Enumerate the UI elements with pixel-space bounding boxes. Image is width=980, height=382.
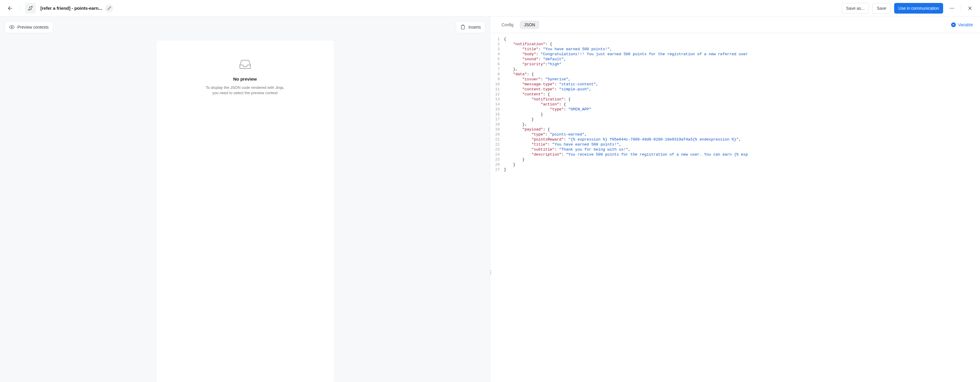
edit-title-button[interactable] bbox=[105, 4, 113, 13]
inserts-label: Inserts bbox=[468, 25, 481, 30]
svg-point-3 bbox=[950, 8, 951, 8]
save-as-button[interactable]: Save as... bbox=[842, 3, 869, 14]
code-line[interactable]: "content": { bbox=[504, 92, 980, 97]
code-line[interactable]: "title": "You have earned 500 points!", bbox=[504, 142, 980, 147]
variable-label: Variable bbox=[958, 22, 973, 27]
code-line[interactable]: "data": { bbox=[504, 72, 980, 77]
clipboard-icon bbox=[460, 24, 466, 30]
route-icon bbox=[27, 5, 33, 11]
code-line[interactable]: "title": "You have earned 500 points!", bbox=[504, 46, 980, 52]
more-button[interactable] bbox=[947, 3, 957, 14]
line-gutter: 1234567891011121314151617181920212223242… bbox=[490, 37, 504, 382]
use-in-communication-button[interactable]: Use in communication bbox=[894, 3, 943, 14]
preview-empty-state: No preview To display the JSON code rend… bbox=[157, 41, 334, 382]
code-line[interactable]: }, bbox=[504, 67, 980, 72]
code-line[interactable]: "pointsReward": "{% expression %} f05e64… bbox=[504, 137, 980, 142]
code-line[interactable]: } bbox=[504, 117, 980, 122]
tray-icon bbox=[238, 58, 252, 71]
empty-subtitle: To display the JSON code rendered with J… bbox=[206, 85, 285, 96]
code-line[interactable]: { bbox=[504, 37, 980, 42]
empty-sub-line-2: you need to select the preview context bbox=[212, 91, 278, 95]
editor-pane: Config JSON + Variable 12345678910111213… bbox=[490, 16, 980, 382]
code-line[interactable]: "issuer": "Synerise", bbox=[504, 77, 980, 82]
template-type-icon-wrap bbox=[25, 3, 36, 14]
svg-point-5 bbox=[953, 8, 954, 8]
code-line[interactable]: "subtitle": "Thank you for being with us… bbox=[504, 147, 980, 152]
code-line[interactable]: "priority":"high" bbox=[504, 62, 980, 67]
code-line[interactable]: "type": "OPEN_APP" bbox=[504, 107, 980, 112]
code-line[interactable]: "action": { bbox=[504, 102, 980, 107]
code-editor[interactable]: 1234567891011121314151617181920212223242… bbox=[490, 33, 980, 382]
preview-toolbar: Preview contexts Inserts bbox=[0, 16, 490, 38]
code-line[interactable]: }, bbox=[504, 122, 980, 127]
inserts-button[interactable]: Inserts bbox=[456, 21, 485, 33]
code-line[interactable]: "notification": { bbox=[504, 42, 980, 46]
code-line[interactable]: } bbox=[504, 112, 980, 117]
preview-contexts-button[interactable]: Preview contexts bbox=[5, 21, 53, 33]
preview-area: No preview To display the JSON code rend… bbox=[0, 38, 490, 382]
preview-contexts-label: Preview contexts bbox=[18, 25, 49, 30]
code-line[interactable]: "body": "Congratulations!!! You just ear… bbox=[504, 52, 980, 57]
page-title: [refer a friend] - points-earn... bbox=[40, 6, 102, 11]
empty-title: No preview bbox=[233, 77, 257, 82]
main: Preview contexts Inserts No preview To d… bbox=[0, 16, 980, 382]
plus-icon: + bbox=[951, 22, 956, 27]
code-line[interactable]: "content-type": "simple-push", bbox=[504, 87, 980, 92]
code-line[interactable]: } bbox=[504, 162, 980, 167]
code-line[interactable]: "payload": { bbox=[504, 127, 980, 132]
header-left: [refer a friend] - points-earn... bbox=[5, 3, 842, 14]
code-line[interactable]: "message-type": "static-content", bbox=[504, 82, 980, 87]
pane-splitter-handle[interactable] bbox=[490, 270, 491, 275]
svg-point-8 bbox=[11, 27, 13, 28]
header-right: Save as... Save Use in communication bbox=[842, 3, 975, 14]
code-line[interactable]: "notification": { bbox=[504, 97, 980, 102]
close-icon bbox=[967, 6, 973, 11]
arrow-left-icon bbox=[7, 5, 13, 11]
divider bbox=[20, 4, 21, 13]
pencil-icon bbox=[107, 6, 111, 10]
editor-toolbar: Config JSON + Variable bbox=[490, 16, 980, 33]
tab-config[interactable]: Config bbox=[497, 21, 517, 29]
code-line[interactable]: "sound": "default", bbox=[504, 57, 980, 62]
header: [refer a friend] - points-earn... Save a… bbox=[0, 0, 980, 16]
tab-json[interactable]: JSON bbox=[520, 21, 539, 29]
svg-point-4 bbox=[952, 8, 953, 8]
code-line[interactable]: "description": "You receive 500 points f… bbox=[504, 152, 980, 157]
code-line[interactable]: "type": "points-earned", bbox=[504, 132, 980, 137]
eye-icon bbox=[9, 24, 14, 30]
preview-pane: Preview contexts Inserts No preview To d… bbox=[0, 16, 490, 382]
editor-tabs: Config JSON bbox=[497, 21, 539, 29]
save-button[interactable]: Save bbox=[872, 3, 891, 14]
more-horizontal-icon bbox=[949, 6, 955, 11]
add-variable-button[interactable]: + Variable bbox=[951, 22, 973, 27]
code-line[interactable]: } bbox=[504, 167, 980, 172]
code-lines[interactable]: { "notification": { "title": "You have e… bbox=[504, 37, 980, 382]
title-wrap: [refer a friend] - points-earn... bbox=[40, 4, 113, 13]
svg-rect-9 bbox=[461, 26, 465, 29]
back-button[interactable] bbox=[5, 3, 15, 14]
close-button[interactable] bbox=[965, 3, 975, 14]
code-line[interactable]: } bbox=[504, 157, 980, 162]
empty-sub-line-1: To display the JSON code rendered with J… bbox=[206, 85, 285, 90]
